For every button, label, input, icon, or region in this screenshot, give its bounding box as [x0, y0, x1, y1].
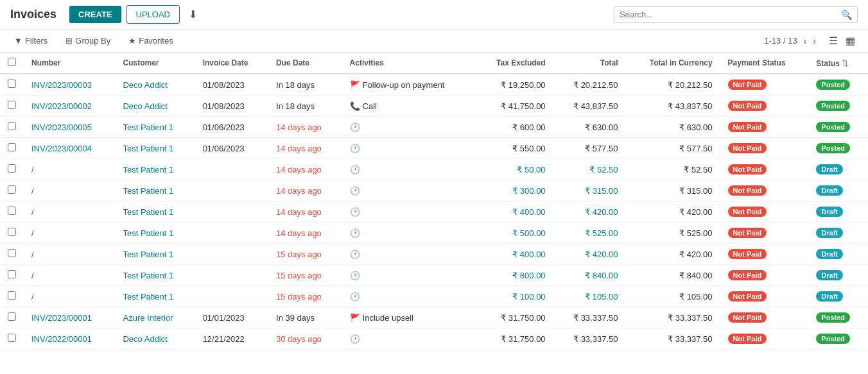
cell-status: Draft [808, 265, 868, 286]
cell-customer[interactable]: Deco Addict [115, 328, 195, 350]
cell-activities: 🕐 [342, 201, 476, 223]
group-by-button[interactable]: ⊞ Group By [62, 33, 114, 48]
cell-customer[interactable]: Deco Addict [115, 74, 195, 96]
cell-customer[interactable]: Test Patient 1 [115, 180, 195, 201]
status-badge: Draft [816, 270, 843, 280]
cell-number[interactable]: INV/2023/00004 [24, 138, 115, 159]
payment-status-badge: Not Paid [728, 207, 767, 217]
cell-number[interactable]: / [24, 265, 115, 286]
cell-tax-excluded: ₹ 400.00 [475, 201, 553, 223]
table-row: INV/2022/00001 Deco Addict 12/21/2022 30… [0, 328, 868, 350]
row-checkbox[interactable] [8, 80, 16, 88]
cell-number[interactable]: INV/2023/00005 [24, 117, 115, 138]
upload-button[interactable]: UPLOAD [126, 5, 180, 24]
cell-number[interactable]: INV/2022/00001 [24, 328, 115, 350]
row-checkbox[interactable] [8, 185, 16, 194]
cell-total: ₹ 43,837.50 [553, 96, 626, 117]
row-checkbox[interactable] [8, 291, 16, 300]
row-checkbox[interactable] [8, 312, 16, 321]
select-all-checkbox[interactable] [8, 58, 16, 66]
table-row: / Test Patient 1 15 days ago 🕐 ₹ 100.00 … [0, 286, 868, 307]
cell-activities: 🚩 Follow-up on payment [342, 74, 476, 96]
col-tax-excluded: Tax Excluded [475, 53, 553, 74]
cell-total-currency: ₹ 577.50 [625, 138, 720, 159]
row-checkbox[interactable] [8, 143, 16, 151]
cell-due-date: 15 days ago [268, 265, 342, 286]
row-checkbox[interactable] [8, 164, 16, 173]
col-adjust-button[interactable]: ⇅ [842, 58, 849, 68]
create-button[interactable]: CREATE [69, 6, 121, 23]
row-checkbox[interactable] [8, 101, 16, 109]
row-checkbox-cell [0, 159, 24, 180]
cell-number[interactable]: / [24, 159, 115, 180]
pagination-nav: ‹ › [801, 35, 819, 47]
cell-invoice-date [195, 265, 268, 286]
cell-status: Draft [808, 180, 868, 201]
cell-payment-status: Not Paid [720, 201, 809, 223]
cell-activities: 🕐 [342, 286, 476, 307]
favorites-button[interactable]: ★ Favorites [125, 33, 177, 48]
cell-customer[interactable]: Deco Addict [115, 96, 195, 117]
row-checkbox-cell [0, 96, 24, 117]
prev-page-button[interactable]: ‹ [801, 35, 810, 47]
payment-status-badge: Not Paid [728, 122, 767, 132]
payment-status-badge: Not Paid [728, 291, 767, 302]
cell-customer[interactable]: Test Patient 1 [115, 159, 195, 180]
filters-button[interactable]: ▼ Filters [10, 33, 51, 48]
list-view-button[interactable]: ☰ [826, 33, 840, 48]
next-page-button[interactable]: › [810, 35, 819, 47]
cell-number[interactable]: / [24, 286, 115, 307]
cell-number[interactable]: / [24, 223, 115, 244]
cell-customer[interactable]: Azure Interior [115, 307, 195, 328]
status-badge: Draft [816, 164, 843, 174]
cell-total: ₹ 577.50 [553, 138, 626, 159]
cell-number[interactable]: / [24, 180, 115, 201]
invoices-table-container: Number Customer Invoice Date Due Date Ac… [0, 53, 868, 350]
cell-customer[interactable]: Test Patient 1 [115, 286, 195, 307]
cell-number[interactable]: / [24, 201, 115, 223]
table-row: INV/2023/00002 Deco Addict 01/08/2023 In… [0, 96, 868, 117]
cell-total-currency: ₹ 630.00 [625, 117, 720, 138]
cell-invoice-date [195, 223, 268, 244]
toolbar-filters: ▼ Filters ⊞ Group By ★ Favorites [10, 33, 177, 48]
cell-number[interactable]: / [24, 244, 115, 265]
cell-customer[interactable]: Test Patient 1 [115, 201, 195, 223]
cell-payment-status: Not Paid [720, 138, 809, 159]
row-checkbox[interactable] [8, 122, 16, 130]
download-button[interactable]: ⬇ [185, 6, 201, 23]
col-activities: Activities [342, 53, 476, 74]
row-checkbox[interactable] [8, 228, 16, 236]
cell-invoice-date: 01/08/2023 [195, 74, 268, 96]
cell-customer[interactable]: Test Patient 1 [115, 223, 195, 244]
cell-customer[interactable]: Test Patient 1 [115, 117, 195, 138]
cell-customer[interactable]: Test Patient 1 [115, 265, 195, 286]
cell-customer[interactable]: Test Patient 1 [115, 244, 195, 265]
cell-total: ₹ 630.00 [553, 117, 626, 138]
activity-icon: 🕐 [350, 292, 360, 302]
cell-total-currency: ₹ 315.00 [625, 180, 720, 201]
cell-activities: 🕐 [342, 180, 476, 201]
row-checkbox[interactable] [8, 270, 16, 278]
activity-icon: 🕐 [350, 207, 360, 217]
table-row: / Test Patient 1 14 days ago 🕐 ₹ 300.00 … [0, 180, 868, 201]
search-input[interactable] [620, 10, 841, 19]
table-row: / Test Patient 1 14 days ago 🕐 ₹ 500.00 … [0, 223, 868, 244]
cell-invoice-date [195, 244, 268, 265]
cell-tax-excluded: ₹ 300.00 [475, 180, 553, 201]
activity-icon: 🕐 [350, 186, 360, 196]
cell-number[interactable]: INV/2023/00002 [24, 96, 115, 117]
cell-customer[interactable]: Test Patient 1 [115, 138, 195, 159]
grid-view-button[interactable]: ▦ [843, 33, 858, 48]
row-checkbox[interactable] [8, 207, 16, 215]
cell-total: ₹ 420.00 [553, 244, 626, 265]
cell-number[interactable]: INV/2023/00001 [24, 307, 115, 328]
status-badge: Draft [816, 228, 843, 238]
cell-status: Posted [808, 138, 868, 159]
payment-status-badge: Not Paid [728, 270, 767, 280]
row-checkbox-cell [0, 223, 24, 244]
row-checkbox[interactable] [8, 249, 16, 257]
cell-number[interactable]: INV/2023/00003 [24, 74, 115, 96]
row-checkbox-cell [0, 265, 24, 286]
row-checkbox[interactable] [8, 334, 16, 342]
payment-status-badge: Not Paid [728, 80, 767, 90]
